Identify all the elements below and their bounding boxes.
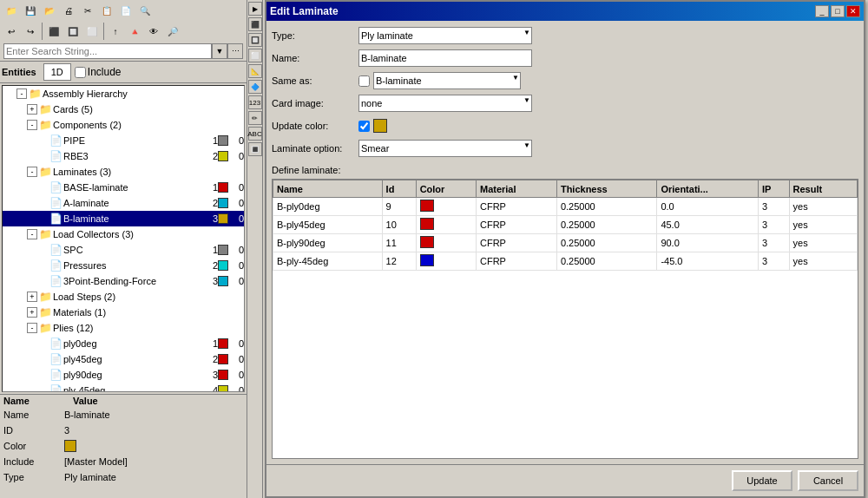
cancel-button[interactable]: Cancel (798, 470, 858, 491)
name-input[interactable] (358, 49, 532, 67)
tree-item-3pb[interactable]: 📄 3Point-Bending-Force 3 0 (3, 273, 244, 289)
side-btn-10[interactable]: 🔳 (248, 142, 262, 156)
tree-item-rbe3[interactable]: 📄 RBE3 2 0 (3, 148, 244, 164)
tree-item-spc[interactable]: 📄 SPC 1 0 (3, 242, 244, 258)
tree-item-ply0[interactable]: 📄 ply0deg 1 0 (3, 336, 244, 351)
toggle-load-steps[interactable]: + (27, 292, 37, 302)
side-btn-6[interactable]: 🔷 (248, 80, 262, 94)
tree-item-base-laminate[interactable]: 📄 BASE-laminate 1 0 (3, 180, 244, 195)
item-icon-ply0: 📄 (49, 337, 62, 350)
num-a-lam: 2 (204, 198, 218, 208)
toolbar-btn-d[interactable]: 🔲 (63, 22, 82, 41)
tree-item-ply90[interactable]: 📄 ply90deg 3 0 (3, 367, 244, 383)
toolbar-btn-a[interactable]: ↩ (2, 22, 21, 41)
side-btn-2[interactable]: ⬛ (248, 17, 262, 31)
toolbar-btn-g[interactable]: 🔺 (125, 22, 144, 41)
tree-label-ls: Load Steps (2) (53, 292, 244, 302)
tree-item-plym45[interactable]: 📄 ply-45deg 4 0 (3, 383, 244, 392)
tree-item-b-laminate[interactable]: 📄 B-laminate 3 0 (3, 211, 244, 226)
dialog-close-btn[interactable]: ✕ (846, 5, 860, 17)
tree-label-base: BASE-laminate (63, 182, 204, 193)
item-icon-b-lam: 📄 (49, 213, 62, 225)
include-checkbox[interactable] (75, 67, 86, 78)
prop-value-include: [Master Model] (64, 456, 128, 467)
count-ply90: 0 (230, 370, 244, 380)
toolbar-btn-8[interactable]: 🔍 (135, 1, 155, 20)
toolbar-btn-1[interactable]: 📁 (2, 1, 21, 20)
table-row[interactable]: B-ply90deg 11 CFRP 0.25000 90.0 3 yes (273, 234, 858, 252)
side-btn-7[interactable]: 123 (248, 95, 262, 109)
cell-ip: 3 (758, 252, 789, 271)
color-swatch[interactable] (373, 119, 387, 133)
toolbar-btn-4[interactable]: 🖨 (59, 1, 78, 20)
table-row[interactable]: B-ply-45deg 12 CFRP 0.25000 -45.0 3 yes (273, 252, 858, 271)
entity-tree[interactable]: - 📁 Assembly Hierarchy + 📁 Cards (5) - 📁… (2, 85, 245, 392)
side-btn-9[interactable]: ABC (248, 127, 262, 141)
tree-label-rbe3: RBE3 (63, 151, 204, 161)
toolbar-btn-7[interactable]: 📄 (116, 1, 135, 20)
toggle-components[interactable]: - (27, 120, 37, 130)
toolbar-btn-2[interactable]: 💾 (21, 1, 40, 20)
toolbar-btn-f[interactable]: ↑ (106, 22, 125, 41)
toolbar-btn-c[interactable]: ⬛ (44, 22, 63, 41)
toolbar-btn-6[interactable]: 📋 (97, 1, 116, 20)
tree-label-ply45: ply45deg (63, 354, 204, 364)
same-as-checkbox[interactable] (358, 75, 370, 87)
toolbar-btn-h[interactable]: 👁 (144, 22, 163, 41)
toolbar-btn-e[interactable]: ⬜ (82, 22, 102, 41)
tree-item-load-collectors[interactable]: - 📁 Load Collectors (3) (3, 226, 244, 242)
toggle-materials[interactable]: + (27, 307, 37, 318)
cell-result: yes (789, 198, 857, 216)
tree-item-a-laminate[interactable]: 📄 A-laminate 2 0 (3, 195, 244, 211)
dialog-body: Type: Ply laminate Name: Same as: B-lami… (266, 21, 864, 464)
cell-orientation: -45.0 (657, 252, 759, 271)
include-check: Include (75, 66, 122, 78)
tree-label-pipe: PIPE (63, 135, 204, 146)
tree-item-plies[interactable]: - 📁 Plies (12) (3, 320, 244, 336)
tree-item-laminates[interactable]: - 📁 Laminates (3) (3, 164, 244, 180)
col-header-name: Name (273, 180, 383, 198)
tree-item-ply45[interactable]: 📄 ply45deg 2 0 (3, 351, 244, 367)
tree-item-pressures[interactable]: 📄 Pressures 2 0 (3, 258, 244, 273)
side-btn-1[interactable]: ▶ (248, 2, 262, 16)
toggle-plies[interactable]: - (27, 323, 37, 333)
toggle-cards[interactable]: + (27, 104, 37, 115)
same-as-label: Same as: (272, 75, 358, 86)
table-row[interactable]: B-ply45deg 10 CFRP 0.25000 45.0 3 yes (273, 216, 858, 234)
dialog-minimize-btn[interactable]: _ (815, 5, 829, 17)
tree-item-assembly[interactable]: - 📁 Assembly Hierarchy (3, 86, 244, 102)
search-dropdown-btn[interactable]: ▼ (212, 43, 227, 59)
side-btn-5[interactable]: 📐 (248, 64, 262, 78)
side-btn-3[interactable]: 🔲 (248, 33, 262, 47)
same-as-select[interactable]: B-laminate (373, 72, 521, 89)
tree-item-cards[interactable]: + 📁 Cards (5) (3, 102, 244, 117)
search-options-btn[interactable]: ⋯ (227, 43, 243, 59)
laminate-table-container[interactable]: Name Id Color Material Thickness Orienta… (272, 179, 858, 459)
type-select[interactable]: Ply laminate (358, 27, 532, 44)
side-btn-8[interactable]: ✏ (248, 111, 262, 125)
toggle-assembly[interactable]: - (16, 88, 27, 99)
tree-item-components[interactable]: - 📁 Components (2) (3, 117, 244, 133)
toggle-load-collectors[interactable]: - (27, 229, 37, 239)
table-row[interactable]: B-ply0deg 9 CFRP 0.25000 0.0 3 yes (273, 198, 858, 216)
cell-color (416, 216, 476, 234)
toolbar-btn-i[interactable]: 🔎 (163, 22, 182, 41)
define-laminate-label: Define laminate: (272, 165, 858, 175)
update-color-checkbox[interactable] (358, 121, 370, 132)
dialog-title-text: Edit Laminate (270, 5, 813, 17)
toggle-laminates[interactable]: - (27, 167, 37, 177)
toolbar-btn-5[interactable]: ✂ (78, 1, 97, 20)
tree-item-load-steps[interactable]: + 📁 Load Steps (2) (3, 289, 244, 305)
toolbar-btn-b[interactable]: ↪ (21, 22, 40, 41)
tree-item-materials[interactable]: + 📁 Materials (1) (3, 305, 244, 320)
prop-value-type: Ply laminate (64, 472, 116, 482)
dialog-maximize-btn[interactable]: □ (831, 5, 845, 17)
laminate-option-select[interactable]: Smear (358, 140, 532, 157)
card-image-select[interactable]: none (358, 95, 532, 112)
update-button[interactable]: Update (732, 470, 792, 491)
tree-item-pipe[interactable]: 📄 PIPE 1 0 (3, 133, 244, 148)
toolbar-btn-3[interactable]: 📂 (40, 1, 59, 20)
side-btn-4[interactable]: ⬜ (248, 49, 262, 62)
tab-1d[interactable]: 1D (43, 63, 71, 81)
search-input[interactable] (3, 43, 212, 59)
